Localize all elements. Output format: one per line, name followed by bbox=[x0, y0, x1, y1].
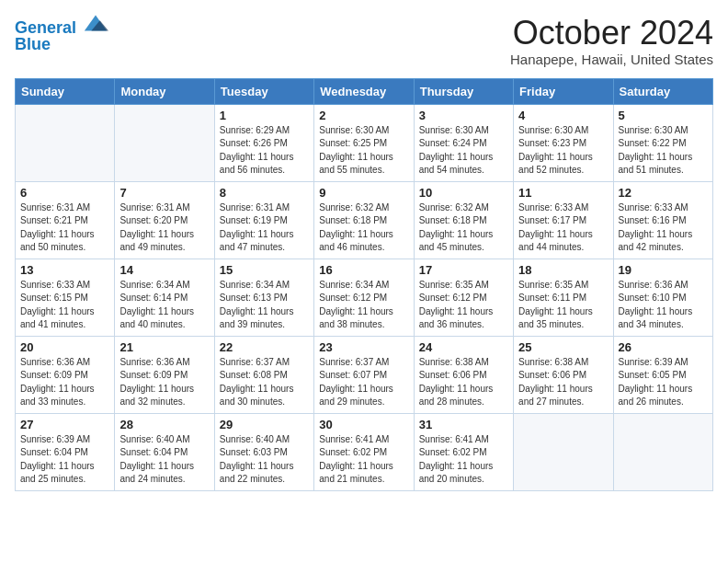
calendar-cell: 24Sunrise: 6:38 AMSunset: 6:06 PMDayligh… bbox=[414, 336, 513, 413]
day-number: 8 bbox=[220, 186, 309, 200]
calendar-header-row: SundayMondayTuesdayWednesdayThursdayFrid… bbox=[16, 78, 713, 104]
day-header-thursday: Thursday bbox=[414, 78, 513, 104]
cell-details: Sunrise: 6:37 AMSunset: 6:08 PMDaylight:… bbox=[220, 356, 309, 409]
calendar-cell bbox=[16, 104, 115, 181]
cell-details: Sunrise: 6:38 AMSunset: 6:06 PMDaylight:… bbox=[518, 356, 608, 409]
calendar-table: SundayMondayTuesdayWednesdayThursdayFrid… bbox=[15, 78, 713, 491]
cell-details: Sunrise: 6:34 AMSunset: 6:13 PMDaylight:… bbox=[220, 279, 309, 332]
day-number: 28 bbox=[119, 418, 209, 431]
calendar-cell: 22Sunrise: 6:37 AMSunset: 6:08 PMDayligh… bbox=[214, 336, 313, 413]
day-header-friday: Friday bbox=[514, 78, 613, 104]
calendar-cell: 4Sunrise: 6:30 AMSunset: 6:23 PMDaylight… bbox=[514, 104, 613, 181]
day-header-wednesday: Wednesday bbox=[314, 78, 414, 104]
calendar-week-3: 13Sunrise: 6:33 AMSunset: 6:15 PMDayligh… bbox=[16, 259, 713, 336]
cell-details: Sunrise: 6:41 AMSunset: 6:02 PMDaylight:… bbox=[319, 433, 408, 487]
calendar-cell bbox=[115, 104, 214, 181]
cell-details: Sunrise: 6:31 AMSunset: 6:21 PMDaylight:… bbox=[20, 201, 109, 255]
location: Hanapepe, Hawaii, United States bbox=[510, 52, 713, 67]
logo: General Blue bbox=[15, 15, 108, 54]
calendar-cell: 10Sunrise: 6:32 AMSunset: 6:18 PMDayligh… bbox=[414, 181, 513, 259]
day-number: 23 bbox=[319, 340, 408, 354]
calendar-week-2: 6Sunrise: 6:31 AMSunset: 6:21 PMDaylight… bbox=[16, 181, 713, 259]
calendar-cell: 13Sunrise: 6:33 AMSunset: 6:15 PMDayligh… bbox=[16, 259, 115, 336]
cell-details: Sunrise: 6:33 AMSunset: 6:16 PMDaylight:… bbox=[619, 201, 708, 255]
day-number: 16 bbox=[319, 263, 408, 277]
calendar-cell: 30Sunrise: 6:41 AMSunset: 6:02 PMDayligh… bbox=[314, 413, 414, 490]
cell-details: Sunrise: 6:33 AMSunset: 6:15 PMDaylight:… bbox=[20, 279, 109, 332]
calendar-week-5: 27Sunrise: 6:39 AMSunset: 6:04 PMDayligh… bbox=[16, 413, 713, 490]
cell-details: Sunrise: 6:39 AMSunset: 6:05 PMDaylight:… bbox=[619, 356, 708, 409]
day-number: 18 bbox=[518, 263, 608, 277]
day-header-sunday: Sunday bbox=[16, 78, 115, 104]
day-number: 3 bbox=[419, 109, 508, 122]
day-header-monday: Monday bbox=[115, 78, 214, 104]
cell-details: Sunrise: 6:30 AMSunset: 6:22 PMDaylight:… bbox=[619, 124, 708, 178]
cell-details: Sunrise: 6:31 AMSunset: 6:20 PMDaylight:… bbox=[119, 201, 209, 255]
calendar-cell: 27Sunrise: 6:39 AMSunset: 6:04 PMDayligh… bbox=[16, 413, 115, 490]
calendar-cell: 25Sunrise: 6:38 AMSunset: 6:06 PMDayligh… bbox=[514, 336, 613, 413]
cell-details: Sunrise: 6:40 AMSunset: 6:03 PMDaylight:… bbox=[220, 433, 309, 487]
day-number: 19 bbox=[619, 263, 708, 277]
day-number: 26 bbox=[619, 340, 708, 354]
day-number: 1 bbox=[220, 109, 309, 122]
day-number: 5 bbox=[619, 109, 708, 122]
calendar-cell: 28Sunrise: 6:40 AMSunset: 6:04 PMDayligh… bbox=[115, 413, 214, 490]
cell-details: Sunrise: 6:35 AMSunset: 6:12 PMDaylight:… bbox=[419, 279, 508, 332]
day-number: 15 bbox=[220, 263, 309, 277]
calendar-cell: 19Sunrise: 6:36 AMSunset: 6:10 PMDayligh… bbox=[613, 259, 712, 336]
cell-details: Sunrise: 6:41 AMSunset: 6:02 PMDaylight:… bbox=[419, 433, 508, 487]
day-number: 29 bbox=[220, 418, 309, 431]
cell-details: Sunrise: 6:33 AMSunset: 6:17 PMDaylight:… bbox=[518, 201, 608, 255]
day-number: 17 bbox=[419, 263, 508, 277]
cell-details: Sunrise: 6:32 AMSunset: 6:18 PMDaylight:… bbox=[319, 201, 408, 255]
calendar-cell: 18Sunrise: 6:35 AMSunset: 6:11 PMDayligh… bbox=[514, 259, 613, 336]
calendar-cell: 5Sunrise: 6:30 AMSunset: 6:22 PMDaylight… bbox=[613, 104, 712, 181]
calendar-cell: 1Sunrise: 6:29 AMSunset: 6:26 PMDaylight… bbox=[214, 104, 313, 181]
day-number: 13 bbox=[20, 263, 109, 277]
cell-details: Sunrise: 6:36 AMSunset: 6:10 PMDaylight:… bbox=[619, 279, 708, 332]
day-header-saturday: Saturday bbox=[613, 78, 712, 104]
logo-icon bbox=[83, 13, 108, 33]
calendar-cell: 29Sunrise: 6:40 AMSunset: 6:03 PMDayligh… bbox=[214, 413, 313, 490]
calendar-week-1: 1Sunrise: 6:29 AMSunset: 6:26 PMDaylight… bbox=[16, 104, 713, 181]
day-number: 20 bbox=[20, 340, 109, 354]
day-number: 27 bbox=[20, 418, 109, 431]
cell-details: Sunrise: 6:38 AMSunset: 6:06 PMDaylight:… bbox=[419, 356, 508, 409]
calendar-cell: 16Sunrise: 6:34 AMSunset: 6:12 PMDayligh… bbox=[314, 259, 414, 336]
day-number: 9 bbox=[319, 186, 408, 200]
calendar-cell: 8Sunrise: 6:31 AMSunset: 6:19 PMDaylight… bbox=[214, 181, 313, 259]
day-number: 2 bbox=[319, 109, 408, 122]
day-number: 22 bbox=[220, 340, 309, 354]
calendar-cell: 11Sunrise: 6:33 AMSunset: 6:17 PMDayligh… bbox=[514, 181, 613, 259]
cell-details: Sunrise: 6:35 AMSunset: 6:11 PMDaylight:… bbox=[518, 279, 608, 332]
page-container: General Blue October 2024 Hanapepe, Hawa… bbox=[0, 0, 728, 500]
cell-details: Sunrise: 6:32 AMSunset: 6:18 PMDaylight:… bbox=[419, 201, 508, 255]
calendar-cell: 14Sunrise: 6:34 AMSunset: 6:14 PMDayligh… bbox=[115, 259, 214, 336]
header: General Blue October 2024 Hanapepe, Hawa… bbox=[15, 15, 713, 67]
day-number: 4 bbox=[518, 109, 608, 122]
calendar-cell: 2Sunrise: 6:30 AMSunset: 6:25 PMDaylight… bbox=[314, 104, 414, 181]
day-number: 30 bbox=[319, 418, 408, 431]
cell-details: Sunrise: 6:36 AMSunset: 6:09 PMDaylight:… bbox=[20, 356, 109, 409]
calendar-cell: 12Sunrise: 6:33 AMSunset: 6:16 PMDayligh… bbox=[613, 181, 712, 259]
calendar-cell: 3Sunrise: 6:30 AMSunset: 6:24 PMDaylight… bbox=[414, 104, 513, 181]
cell-details: Sunrise: 6:30 AMSunset: 6:23 PMDaylight:… bbox=[518, 124, 608, 178]
cell-details: Sunrise: 6:34 AMSunset: 6:12 PMDaylight:… bbox=[319, 279, 408, 332]
day-number: 14 bbox=[119, 263, 209, 277]
day-number: 21 bbox=[119, 340, 209, 354]
calendar-cell: 15Sunrise: 6:34 AMSunset: 6:13 PMDayligh… bbox=[214, 259, 313, 336]
calendar-cell: 20Sunrise: 6:36 AMSunset: 6:09 PMDayligh… bbox=[16, 336, 115, 413]
day-number: 10 bbox=[419, 186, 508, 200]
cell-details: Sunrise: 6:39 AMSunset: 6:04 PMDaylight:… bbox=[20, 433, 109, 487]
day-number: 11 bbox=[518, 186, 608, 200]
cell-details: Sunrise: 6:30 AMSunset: 6:24 PMDaylight:… bbox=[419, 124, 508, 178]
day-header-tuesday: Tuesday bbox=[214, 78, 313, 104]
cell-details: Sunrise: 6:37 AMSunset: 6:07 PMDaylight:… bbox=[319, 356, 408, 409]
calendar-cell: 6Sunrise: 6:31 AMSunset: 6:21 PMDaylight… bbox=[16, 181, 115, 259]
cell-details: Sunrise: 6:40 AMSunset: 6:04 PMDaylight:… bbox=[119, 433, 209, 487]
cell-details: Sunrise: 6:30 AMSunset: 6:25 PMDaylight:… bbox=[319, 124, 408, 178]
title-section: October 2024 Hanapepe, Hawaii, United St… bbox=[510, 15, 713, 67]
calendar-cell: 21Sunrise: 6:36 AMSunset: 6:09 PMDayligh… bbox=[115, 336, 214, 413]
calendar-cell: 9Sunrise: 6:32 AMSunset: 6:18 PMDaylight… bbox=[314, 181, 414, 259]
calendar-cell bbox=[613, 413, 712, 490]
